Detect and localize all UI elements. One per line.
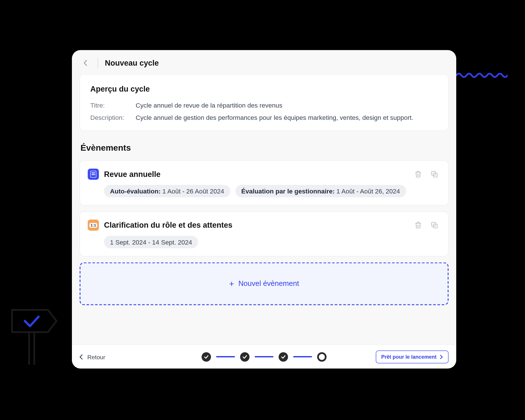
step-dot-pending: [317, 352, 327, 362]
event-pill: 1 Sept. 2024 - 14 Sept. 2024: [104, 236, 198, 249]
overview-row-description: Description: Cycle annuel de gestion des…: [90, 114, 438, 121]
event-card[interactable]: 1:1 Clarification du rôle et des attente…: [80, 211, 449, 257]
svg-rect-5: [28, 332, 30, 365]
modal-footer: Retour Prêt pour le lancement: [72, 345, 456, 369]
overview-card: Aperçu du cycle Titre: Cycle annuel de r…: [80, 74, 449, 131]
event-pills: Auto-évaluation: 1 Août - 26 Août 2024 É…: [104, 185, 439, 197]
decorative-squiggle: [456, 72, 508, 80]
pill-value: 1 Août - Août 26, 2024: [336, 187, 400, 195]
stepper: [202, 352, 327, 362]
event-pill: Évaluation par le gestionnaire: 1 Août -…: [235, 185, 406, 197]
footer-back-button[interactable]: Retour: [80, 353, 105, 360]
footer-back-label: Retour: [87, 353, 105, 360]
page-title: Nouveau cycle: [105, 58, 159, 68]
overview-heading: Aperçu du cycle: [90, 85, 438, 94]
step-line: [216, 356, 235, 358]
event-head: Revue annuelle: [88, 169, 439, 180]
document-icon: [88, 169, 99, 180]
new-event-label: Nouvel évènement: [238, 280, 299, 288]
event-head: 1:1 Clarification du rôle et des attente…: [88, 220, 439, 231]
overview-title-value: Cycle annuel de revue de la répartition …: [136, 102, 282, 109]
copy-icon[interactable]: [430, 221, 439, 229]
event-pill: Auto-évaluation: 1 Août - 26 Août 2024: [104, 185, 230, 197]
events-heading: Évènements: [80, 143, 449, 153]
step-line: [255, 356, 274, 358]
new-event-button[interactable]: + Nouvel évènement: [80, 262, 449, 305]
step-dot-done: [240, 352, 250, 362]
overview-row-title: Titre: Cycle annuel de revue de la répar…: [90, 102, 438, 109]
copy-icon[interactable]: [430, 170, 439, 179]
overview-description-value: Cycle annuel de gestion des performances…: [136, 114, 413, 121]
step-line: [293, 356, 312, 358]
ready-for-launch-button[interactable]: Prêt pour le lancement: [375, 350, 449, 363]
event-card[interactable]: Revue annuelle Auto-évaluation: 1 Août -…: [80, 161, 449, 206]
step-dot-done: [202, 352, 211, 362]
divider: [98, 58, 98, 68]
back-icon[interactable]: [80, 58, 91, 68]
pill-key: Auto-évaluation:: [110, 187, 161, 195]
pill-key: Évaluation par le gestionnaire:: [241, 187, 335, 195]
event-pills: 1 Sept. 2024 - 14 Sept. 2024: [104, 236, 439, 249]
event-title: Clarification du rôle et des attentes: [104, 221, 233, 230]
decorative-signpost: [11, 309, 58, 371]
step-dot-done: [279, 352, 288, 362]
modal-card: Nouveau cycle Aperçu du cycle Titre: Cyc…: [72, 50, 456, 369]
overview-title-label: Titre:: [90, 102, 136, 109]
svg-rect-6: [33, 332, 35, 365]
trash-icon[interactable]: [414, 170, 423, 179]
modal-header: Nouveau cycle: [72, 50, 456, 74]
pill-value: 1 Août - 26 Août 2024: [162, 187, 224, 195]
one-on-one-icon: 1:1: [88, 220, 99, 231]
trash-icon[interactable]: [414, 221, 423, 229]
overview-description-label: Description:: [90, 114, 136, 121]
modal-content: Aperçu du cycle Titre: Cycle annuel de r…: [72, 74, 456, 345]
pill-value: 1 Sept. 2024 - 14 Sept. 2024: [110, 239, 192, 246]
plus-icon: +: [229, 280, 234, 288]
event-title: Revue annuelle: [104, 170, 161, 179]
chevron-right-icon: [440, 355, 443, 359]
event-actions: [414, 221, 439, 229]
ready-label: Prêt pour le lancement: [381, 354, 437, 360]
event-actions: [414, 170, 439, 179]
